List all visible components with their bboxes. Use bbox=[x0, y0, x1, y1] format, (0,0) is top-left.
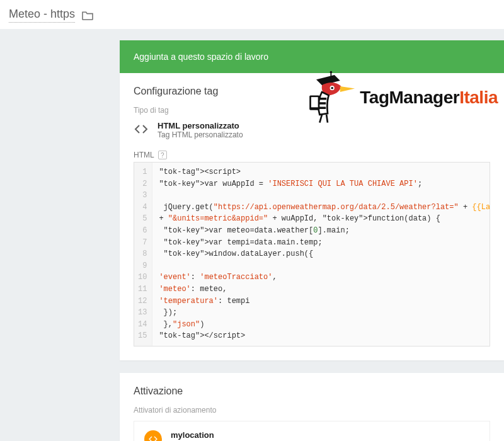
brand-name: TagManagerItalia bbox=[360, 88, 498, 108]
html-code-editor[interactable]: 1 2 3 4 5 6 7 8 9 10 11 12 13 14 15 "tok… bbox=[134, 162, 490, 346]
brand-logo: TagManagerItalia bbox=[299, 69, 498, 126]
added-banner: Aggiunta a questo spazio di lavoro bbox=[120, 40, 504, 73]
code-brackets-icon bbox=[134, 122, 149, 139]
woodpecker-icon bbox=[299, 69, 356, 126]
brand-part1: TagManager bbox=[360, 88, 459, 107]
help-icon[interactable]: ? bbox=[158, 151, 167, 159]
code-content[interactable]: "tok-tag"><script> "tok-key">var wuAppId… bbox=[152, 163, 490, 346]
svg-rect-1 bbox=[331, 72, 332, 78]
trigger-title: Attivazione bbox=[134, 386, 490, 397]
tag-type-desc: Tag HTML personalizzato bbox=[158, 130, 243, 139]
breadcrumb[interactable]: Meteo - https bbox=[9, 8, 75, 23]
trigger-row[interactable]: mylocation Evento personalizzato bbox=[134, 421, 490, 441]
trigger-subtitle: Attivatori di azionamento bbox=[134, 406, 490, 415]
brand-part2: Italia bbox=[459, 88, 498, 107]
line-gutter: 1 2 3 4 5 6 7 8 9 10 11 12 13 14 15 bbox=[134, 163, 152, 346]
svg-marker-3 bbox=[340, 86, 355, 92]
trigger-card: Attivazione Attivatori di azionamento my… bbox=[120, 373, 504, 441]
tag-type-name: HTML personalizzato bbox=[158, 121, 243, 130]
banner-text: Aggiunta a questo spazio di lavoro bbox=[134, 52, 268, 62]
svg-rect-7 bbox=[311, 97, 318, 107]
trigger-name: mylocation bbox=[171, 430, 245, 440]
trigger-event-icon bbox=[144, 430, 162, 441]
workspace: Aggiunta a questo spazio di lavoro bbox=[0, 40, 504, 441]
tag-config-card: TagManagerItalia Configurazione tag Tipo… bbox=[120, 73, 504, 360]
folder-icon[interactable] bbox=[81, 10, 94, 20]
top-bar: Meteo - https bbox=[0, 0, 504, 29]
svg-point-5 bbox=[331, 87, 334, 89]
html-field-label: HTML bbox=[134, 151, 154, 159]
svg-point-2 bbox=[330, 71, 333, 74]
